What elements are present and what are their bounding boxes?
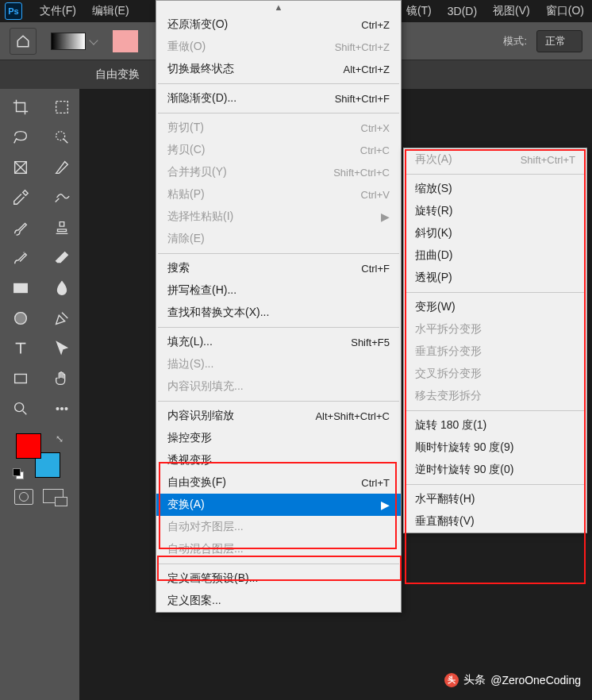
watermark-label: 头条 xyxy=(463,673,486,687)
gradient-tool-icon[interactable] xyxy=(2,275,40,302)
frame-tool-icon[interactable] xyxy=(2,154,40,181)
marquee-tool-icon[interactable] xyxy=(43,94,81,121)
svg-point-9 xyxy=(61,408,63,410)
svg-rect-3 xyxy=(14,284,28,293)
color-swatch[interactable] xyxy=(113,30,138,52)
document-tab[interactable]: 自由变换 xyxy=(87,67,148,82)
menu-remove-warp-split: 移去变形拆分 xyxy=(404,385,586,407)
type-tool-icon[interactable] xyxy=(2,335,40,362)
history-brush-icon[interactable] xyxy=(2,244,40,271)
menu-transform-again: 再次(A)Shift+Ctrl+T xyxy=(404,148,586,171)
menu-define-pattern[interactable]: 定义图案... xyxy=(156,590,401,612)
menu-clear: 清除(E) xyxy=(156,228,401,250)
menu-toggle-last-state[interactable]: 切换最终状态Alt+Ctrl+Z xyxy=(156,58,401,80)
blend-mode-select[interactable]: 正常 xyxy=(536,30,582,52)
menu-auto-blend: 自动混合图层... xyxy=(156,538,401,560)
menu-fill[interactable]: 填充(L)...Shift+F5 xyxy=(156,331,401,353)
menu-scale[interactable]: 缩放(S) xyxy=(404,178,586,200)
edit-menu-dropdown: ▲ 还原渐变(O)Ctrl+Z 重做(O)Shift+Ctrl+Z 切换最终状态… xyxy=(156,0,402,613)
menu-auto-align: 自动对齐图层... xyxy=(156,516,401,538)
healing-tool-icon[interactable] xyxy=(43,184,81,211)
menu-free-transform[interactable]: 自由变换(F)Ctrl+T xyxy=(156,471,401,494)
svg-rect-0 xyxy=(56,102,68,113)
menu-search[interactable]: 搜索Ctrl+F xyxy=(156,257,401,279)
menu-content-aware-scale[interactable]: 内容识别缩放Alt+Shift+Ctrl+C xyxy=(156,405,401,427)
menu-rotate-90ccw[interactable]: 逆时针旋转 90 度(0) xyxy=(404,459,586,481)
eraser-tool-icon[interactable] xyxy=(43,244,81,271)
menu-fade[interactable]: 渐隐渐变(D)...Shift+Ctrl+F xyxy=(156,87,401,110)
menu-rotate-90cw[interactable]: 顺时针旋转 90 度(9) xyxy=(404,437,586,459)
menu-split-warp-h: 水平拆分变形 xyxy=(404,318,586,340)
tool-panel: ⤡ xyxy=(0,89,79,505)
menu-rotate[interactable]: 旋转(R) xyxy=(404,200,586,222)
move-tool-icon[interactable] xyxy=(43,335,81,362)
submenu-arrow-icon: ▶ xyxy=(365,498,390,511)
watermark: 头 头条 @ZeroOneCoding xyxy=(444,673,581,687)
menu-flip-horizontal[interactable]: 水平翻转(H) xyxy=(404,488,586,510)
gradient-dropdown-icon[interactable] xyxy=(89,36,98,44)
more-tools-icon[interactable] xyxy=(43,395,81,422)
foreground-color-swatch[interactable] xyxy=(16,433,41,459)
eyedropper-tool-icon[interactable] xyxy=(2,184,40,211)
stamp-tool-icon[interactable] xyxy=(43,214,81,241)
menu-split-warp-cross: 交叉拆分变形 xyxy=(404,363,586,385)
menu-filter-partial[interactable]: 镜(T) xyxy=(398,4,440,18)
crop-tool-icon[interactable] xyxy=(2,94,40,121)
menu-split-warp-v: 垂直拆分变形 xyxy=(404,340,586,363)
menu-perspective-t[interactable]: 透视(P) xyxy=(404,267,586,289)
menu-copy-merged: 合并拷贝(Y)Shift+Ctrl+C xyxy=(156,161,401,183)
app-logo: Ps xyxy=(5,2,22,20)
menu-window[interactable]: 窗口(O) xyxy=(538,4,592,18)
menu-spell-check[interactable]: 拼写检查(H)... xyxy=(156,279,401,302)
watermark-handle: @ZeroOneCoding xyxy=(490,674,581,687)
watermark-icon: 头 xyxy=(444,673,459,687)
svg-point-7 xyxy=(15,403,24,412)
menu-scroll-up-icon[interactable]: ▲ xyxy=(156,1,401,13)
zoom-tool-icon[interactable] xyxy=(2,395,40,422)
mode-label: 模式: xyxy=(503,34,527,48)
submenu-arrow-icon: ▶ xyxy=(365,210,390,223)
menu-find-replace[interactable]: 查找和替换文本(X)... xyxy=(156,302,401,324)
menu-perspective-warp[interactable]: 透视变形 xyxy=(156,449,401,471)
menu-stroke: 描边(S)... xyxy=(156,353,401,375)
color-swatches[interactable]: ⤡ xyxy=(16,433,60,478)
svg-rect-6 xyxy=(15,375,27,383)
gradient-preview[interactable] xyxy=(51,33,86,50)
menu-edit[interactable]: 编辑(E) xyxy=(84,4,137,18)
menu-flip-vertical[interactable]: 垂直翻转(V) xyxy=(404,510,586,533)
lasso-tool-icon[interactable] xyxy=(2,124,40,151)
menu-distort[interactable]: 扭曲(D) xyxy=(404,244,586,267)
rectangle-tool-icon[interactable] xyxy=(2,365,40,392)
slice-tool-icon[interactable] xyxy=(43,154,81,181)
smudge-tool-icon[interactable] xyxy=(43,275,81,302)
quick-mask-icon[interactable] xyxy=(14,489,33,505)
menu-puppet-warp[interactable]: 操控变形 xyxy=(156,427,401,449)
hand-tool-icon[interactable] xyxy=(43,365,81,392)
menu-view[interactable]: 视图(V) xyxy=(485,4,538,18)
pen-tool-icon[interactable] xyxy=(43,305,81,332)
menu-copy: 拷贝(C)Ctrl+C xyxy=(156,139,401,161)
menu-define-brush[interactable]: 定义画笔预设(B)... xyxy=(156,567,401,590)
menu-3d[interactable]: 3D(D) xyxy=(440,5,485,17)
menu-skew[interactable]: 斜切(K) xyxy=(404,222,586,244)
menu-content-aware-fill: 内容识别填充... xyxy=(156,375,401,398)
menu-file[interactable]: 文件(F) xyxy=(32,4,84,18)
quick-select-tool-icon[interactable] xyxy=(43,124,81,151)
menu-paste: 粘贴(P)Ctrl+V xyxy=(156,183,401,206)
blur-tool-icon[interactable] xyxy=(2,305,40,332)
svg-point-10 xyxy=(65,408,67,410)
screen-mode-icon[interactable] xyxy=(43,489,63,503)
menu-warp[interactable]: 变形(W) xyxy=(404,296,586,318)
menu-transform[interactable]: 变换(A)▶ xyxy=(156,494,401,516)
menu-undo[interactable]: 还原渐变(O)Ctrl+Z xyxy=(156,13,401,36)
menu-cut: 剪切(T)Ctrl+X xyxy=(156,117,401,139)
brush-tool-icon[interactable] xyxy=(2,214,40,241)
svg-point-8 xyxy=(56,408,59,410)
swap-colors-icon[interactable]: ⤡ xyxy=(56,433,63,444)
menu-paste-special: 选择性粘贴(I)▶ xyxy=(156,206,401,228)
default-colors-icon[interactable] xyxy=(13,468,24,479)
menu-redo: 重做(O)Shift+Ctrl+Z xyxy=(156,36,401,58)
home-button[interactable] xyxy=(10,28,37,55)
menu-rotate-180[interactable]: 旋转 180 度(1) xyxy=(404,414,586,437)
transform-submenu: 再次(A)Shift+Ctrl+T 缩放(S) 旋转(R) 斜切(K) 扭曲(D… xyxy=(403,148,587,533)
